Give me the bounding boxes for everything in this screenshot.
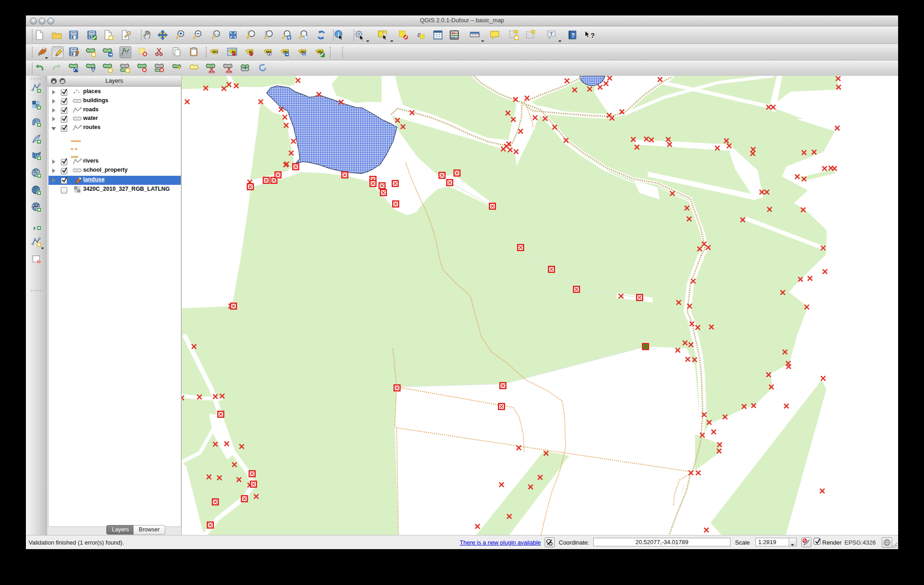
- svg-text:abc: abc: [266, 50, 271, 53]
- svg-text:abc: abc: [212, 50, 218, 53]
- svg-text:1:1: 1:1: [215, 33, 219, 35]
- svg-text:,: ,: [33, 220, 36, 231]
- svg-text:?: ?: [571, 32, 575, 39]
- svg-text:T: T: [550, 31, 553, 36]
- svg-text:?: ?: [591, 31, 595, 39]
- svg-text:abc: abc: [318, 50, 323, 53]
